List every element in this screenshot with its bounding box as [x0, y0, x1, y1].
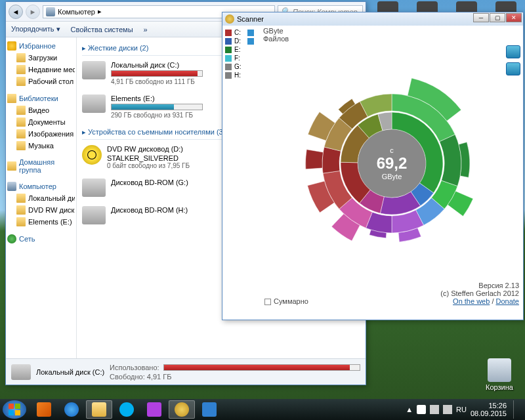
scanner-close-button[interactable]: ✕: [506, 13, 522, 22]
status-used-label: Использовано:: [110, 364, 159, 371]
sidebar-item[interactable]: Недавние места: [7, 64, 75, 75]
sidebar-section-header[interactable]: Избранное: [7, 40, 75, 52]
scanner-drive-item[interactable]: C:: [225, 28, 258, 37]
sidebar-item[interactable]: Локальный диск (C:): [7, 192, 75, 204]
address-arrow: ▸: [98, 7, 102, 16]
section-icon: [7, 182, 16, 191]
scanner-copyright: (c) Steffen Gerlach 2012: [440, 289, 519, 297]
scanner-info: GByte Файлов: [263, 27, 289, 43]
sysprops-button[interactable]: Свойства системы: [71, 26, 133, 33]
drive-color-icon: [225, 72, 232, 79]
taskbar-scanner[interactable]: [169, 400, 195, 419]
computer-icon: [46, 7, 55, 16]
folder-icon: [16, 205, 26, 215]
sidebar-section-header[interactable]: Библиотеки: [7, 93, 75, 104]
recycle-bin[interactable]: Корзина: [484, 358, 514, 391]
taskbar-skype[interactable]: [114, 400, 140, 419]
taskbar-mediaplayer[interactable]: [31, 400, 57, 419]
scanner-drive-list: C:D:E:F:G:H:: [222, 26, 261, 308]
folder-icon: [16, 106, 26, 115]
scanner-titlebar[interactable]: Scanner ─ ▢ ✕: [222, 12, 523, 26]
drive-icon: [11, 364, 31, 380]
scanner-title: Scanner: [237, 15, 264, 23]
organize-menu[interactable]: Упорядочить ▾: [11, 25, 60, 33]
sidebar-item[interactable]: Загрузки: [7, 52, 75, 64]
sidebar-item[interactable]: Музыка: [7, 140, 75, 152]
folder-icon: [16, 141, 26, 150]
drive-color-icon: [225, 55, 232, 62]
section-icon: [7, 41, 16, 51]
tray-icon[interactable]: [417, 405, 426, 414]
scanner-drive-item[interactable]: D:: [225, 37, 258, 45]
scanner-version: Версия 2.13: [440, 282, 519, 289]
drive-icon: [82, 206, 106, 224]
scanner-maximize-button[interactable]: ▢: [490, 13, 505, 22]
drive-color-icon: [225, 38, 232, 45]
scanner-drive-item[interactable]: E:: [225, 45, 258, 54]
address-text: Компьютер: [58, 8, 95, 16]
sidebar-section-header[interactable]: Сеть: [7, 233, 75, 245]
nav-fwd-button[interactable]: ►: [26, 5, 40, 19]
taskbar-app2[interactable]: [196, 400, 222, 419]
taskbar-ie[interactable]: [58, 400, 85, 419]
drive-color-icon: [225, 47, 232, 53]
scanner-app-icon: [225, 14, 234, 24]
sidebar-item[interactable]: Видео: [7, 104, 75, 116]
sidebar-section-header[interactable]: Домашняя группа: [7, 157, 75, 175]
chart-center-label: c 69,2 GByte: [377, 146, 408, 180]
sidebar-item[interactable]: Рабочий стол: [7, 75, 75, 87]
folder-icon: [16, 117, 26, 127]
recycle-bin-label: Корзина: [484, 383, 514, 391]
folder-icon: [16, 194, 26, 203]
explorer-statusbar: Локальный диск (C:) Использовано: Свобод…: [6, 358, 366, 385]
system-tray: ▲ RU 15:26 08.09.2015: [406, 400, 522, 419]
status-free-label: Свободно:: [110, 373, 145, 381]
section-icon: [7, 161, 16, 171]
tray-expand-icon[interactable]: ▲: [406, 406, 413, 413]
status-free-value: 4,91 ГБ: [147, 373, 172, 381]
scanner-chart-area: GByte Файлов c 69,2 GByte Суммарно Верси…: [261, 26, 523, 308]
drive-icon: [82, 94, 106, 113]
status-drive-name: Локальный диск (C:): [36, 368, 104, 376]
show-desktop-button[interactable]: [513, 400, 518, 419]
tray-language[interactable]: RU: [456, 406, 467, 413]
svg-rect-2: [15, 404, 20, 409]
start-button[interactable]: [3, 400, 26, 419]
summary-checkbox[interactable]: [264, 299, 271, 305]
scanner-donate-link[interactable]: Donate: [496, 297, 519, 305]
sidebar-item[interactable]: Elements (E:): [7, 216, 75, 228]
sidebar-item[interactable]: DVD RW дисковод (D:): [7, 204, 75, 216]
sunburst-chart[interactable]: c 69,2 GByte: [280, 52, 503, 275]
sidebar-section-header[interactable]: Компьютер: [7, 180, 75, 192]
svg-rect-3: [9, 410, 14, 415]
drive-usage-bar: [111, 70, 203, 77]
status-usage-bar: [163, 364, 360, 371]
scanner-drive-item[interactable]: G:: [225, 62, 258, 71]
taskbar-app1[interactable]: [141, 400, 167, 419]
scanner-tool-button-2[interactable]: [506, 62, 520, 75]
scanner-minimize-button[interactable]: ─: [473, 13, 489, 22]
scanner-tool-button-1[interactable]: [506, 45, 520, 58]
sidebar-item[interactable]: Изображения: [7, 128, 75, 140]
svg-rect-1: [9, 404, 14, 409]
drive-color-icon: [225, 30, 232, 36]
scanner-window: Scanner ─ ▢ ✕ C:D:E:F:G:H: GByte Файлов …: [222, 12, 524, 320]
drive-color-icon: [225, 64, 232, 70]
tray-network-icon[interactable]: [430, 405, 439, 414]
taskbar-explorer[interactable]: [86, 400, 112, 419]
taskbar-clock[interactable]: 15:26 08.09.2015: [471, 402, 507, 417]
section-icon: [7, 94, 16, 103]
folder-icon: [16, 53, 26, 62]
folder-icon: [16, 65, 26, 74]
scanner-drive-item[interactable]: F:: [225, 54, 258, 62]
tray-volume-icon[interactable]: [443, 405, 452, 414]
drive-icon: [82, 61, 106, 79]
nav-back-button[interactable]: ◄: [9, 5, 23, 19]
explorer-sidebar: ИзбранноеЗагрузкиНедавние местаРабочий с…: [6, 37, 77, 359]
drive-usage-bar: [111, 104, 203, 110]
recycle-bin-icon: [488, 358, 511, 382]
sidebar-item[interactable]: Документы: [7, 116, 75, 128]
scanner-drive-item[interactable]: H:: [225, 71, 258, 79]
toolbar-more[interactable]: »: [144, 26, 148, 33]
scanner-web-link[interactable]: On the web: [453, 297, 490, 305]
